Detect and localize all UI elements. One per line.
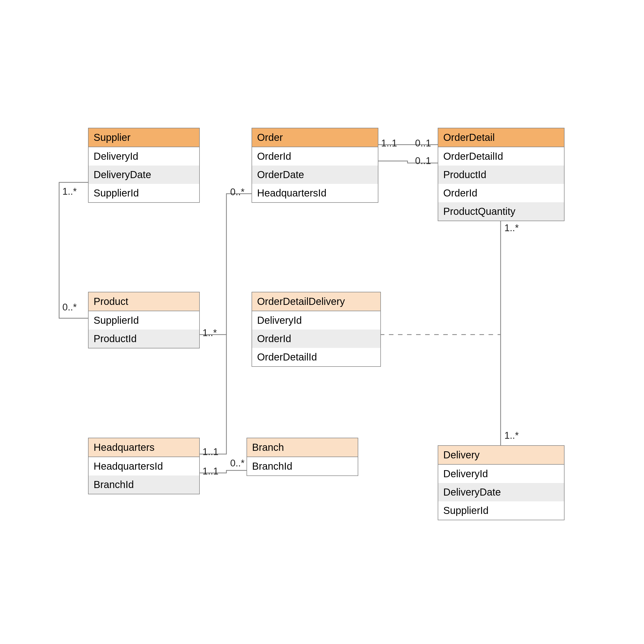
mult-label: 1..1 (203, 466, 218, 477)
entity-orderdetaildelivery: OrderDetailDelivery DeliveryId OrderId O… (252, 292, 381, 367)
entity-attr: HeadquartersId (89, 457, 199, 475)
mult-label: 1..1 (203, 447, 218, 457)
entity-title: Order (252, 128, 378, 147)
entity-title: OrderDetail (438, 128, 564, 147)
entity-attr: ProductId (89, 330, 199, 348)
entity-attr: BranchId (247, 457, 358, 475)
entity-attr: OrderId (252, 147, 378, 166)
entity-title: Product (89, 292, 199, 311)
entity-attr: OrderDetailId (252, 348, 380, 366)
mult-label: 0..1 (415, 155, 431, 166)
entity-attr: HeadquartersId (252, 184, 378, 202)
entity-title: Delivery (438, 446, 564, 465)
mult-label: 1..* (203, 328, 217, 338)
entity-attr: DeliveryDate (438, 483, 564, 501)
mult-label: 0..* (230, 187, 245, 197)
entity-order: Order OrderId OrderDate HeadquartersId (252, 128, 378, 203)
entity-attr: SupplierId (438, 501, 564, 520)
entity-attr: DeliveryId (89, 147, 199, 166)
mult-label: 1..* (504, 223, 519, 233)
mult-label: 0..* (230, 458, 245, 469)
entity-attr: ProductId (438, 166, 564, 184)
mult-label: 1..1 (381, 138, 397, 149)
mult-label: 0..* (62, 302, 77, 313)
entity-title: OrderDetailDelivery (252, 292, 380, 311)
entity-attr: ProductQuantity (438, 202, 564, 221)
entity-attr: DeliveryId (252, 311, 380, 330)
mult-label: 1..* (62, 186, 77, 197)
entity-orderdetail: OrderDetail OrderDetailId ProductId Orde… (438, 128, 565, 221)
entity-attr: SupplierId (89, 184, 199, 202)
entity-delivery: Delivery DeliveryId DeliveryDate Supplie… (438, 445, 565, 520)
entity-attr: OrderId (438, 184, 564, 202)
entity-attr: DeliveryDate (89, 166, 199, 184)
entity-branch: Branch BranchId (247, 438, 358, 476)
entity-headquarters: Headquarters HeadquartersId BranchId (88, 438, 200, 494)
entity-attr: OrderDetailId (438, 147, 564, 166)
entity-title: Branch (247, 438, 358, 457)
entity-attr: OrderId (252, 330, 380, 348)
entity-supplier: Supplier DeliveryId DeliveryDate Supplie… (88, 128, 200, 203)
entity-attr: BranchId (89, 475, 199, 494)
entity-product: Product SupplierId ProductId (88, 292, 200, 348)
entity-attr: DeliveryId (438, 465, 564, 483)
entity-attr: SupplierId (89, 311, 199, 330)
mult-label: 1..* (504, 430, 519, 441)
mult-label: 0..1 (415, 138, 431, 149)
entity-attr: OrderDate (252, 166, 378, 184)
entity-title: Supplier (89, 128, 199, 147)
er-diagram-canvas: Supplier DeliveryId DeliveryDate Supplie… (0, 0, 644, 644)
entity-title: Headquarters (89, 438, 199, 457)
